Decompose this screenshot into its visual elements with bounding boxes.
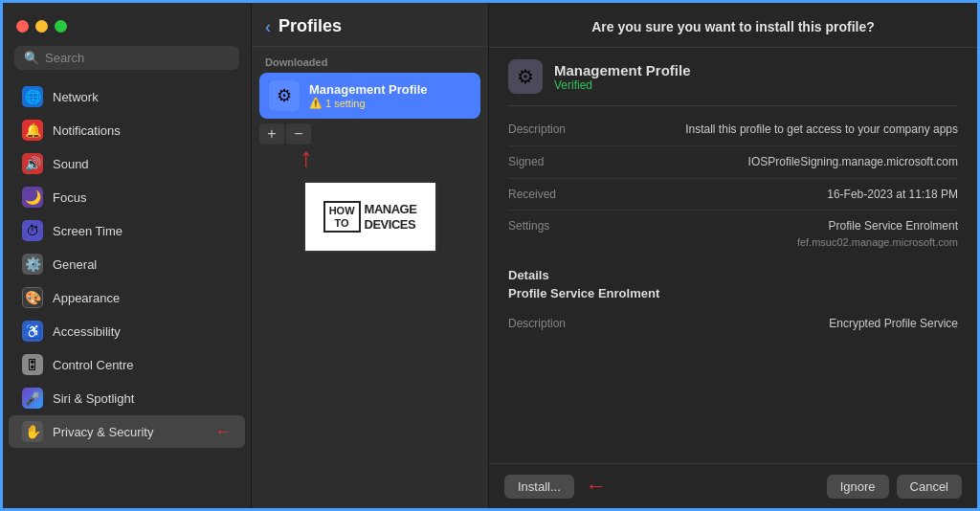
sub-section-heading: Profile Service Enrolment [508,286,958,300]
sidebar-arrow-annotation: ← [214,422,232,442]
detail-value-settings: Profile Service Enrolmentfef.msuc02.mana… [613,218,958,251]
verified-badge: Verified [554,78,691,92]
control-centre-icon: 🎛 [22,354,43,375]
screen-time-icon: ⏱ [22,220,43,241]
profile-detail-icon: ⚙ [508,59,543,94]
logo-manage-devices-text: MANAGEDEVICES [365,202,417,232]
sidebar-item-siri-spotlight[interactable]: 🎤 Siri & Spotlight [9,382,245,414]
install-button[interactable]: Install... [504,475,574,499]
maximize-button[interactable] [55,20,67,33]
install-question-text: Are you sure you want to install this pr… [591,19,875,34]
sidebar-label-screen-time: Screen Time [53,224,122,238]
sidebar-label-notifications: Notifications [53,123,121,138]
detail-value-received: 16-Feb-2023 at 11:18 PM [613,187,958,203]
bottom-action-bar: Install... ← Ignore Cancel [489,463,977,508]
siri-icon: 🎤 [22,388,43,409]
sidebar-label-sound: Sound [53,157,89,171]
detail-value-description: Install this profile to get access to yo… [613,122,958,138]
detail-row-received: Received 16-Feb-2023 at 11:18 PM [508,179,958,211]
close-button[interactable] [16,20,29,33]
right-panel: Are you sure you want to install this pr… [489,3,977,508]
traffic-lights [3,12,251,42]
remove-profile-button[interactable]: − [286,123,311,144]
sound-icon: 🔊 [22,153,43,174]
detail-row-settings: Settings Profile Service Enrolmentfef.ms… [508,211,958,258]
profile-detail-name-block: Management Profile Verified [554,62,691,92]
profile-item-icon: ⚙ [269,80,300,111]
profile-name: Management Profile [309,82,428,97]
sidebar-item-screen-time[interactable]: ⏱ Screen Time [9,214,245,247]
sidebar-item-focus[interactable]: 🌙 Focus [9,181,245,213]
ignore-button[interactable]: Ignore [827,475,889,499]
right-panel-header: Are you sure you want to install this pr… [489,3,977,48]
howto-manage-devices-logo: HOWTO MANAGEDEVICES [303,181,437,253]
sub-detail-table: Description Encrypted Profile Service [508,308,958,340]
sidebar-item-sound[interactable]: 🔊 Sound [9,147,245,180]
search-bar[interactable]: 🔍 Search [14,46,239,70]
install-arrow-annotation: ← [586,474,607,499]
add-remove-bar: + − [252,119,488,149]
sidebar-item-network[interactable]: 🌐 Network [9,80,245,113]
sidebar: 🔍 Search 🌐 Network 🔔 Notifications 🔊 Sou… [3,3,252,508]
profile-detail-header: ⚙ Management Profile Verified [508,59,958,106]
search-placeholder: Search [45,51,84,65]
sidebar-label-control-centre: Control Centre [53,358,134,372]
sidebar-label-appearance: Appearance [53,291,120,305]
sidebar-item-appearance[interactable]: 🎨 Appearance [9,281,245,314]
sub-detail-value-description: Encrypted Profile Service [613,316,958,332]
details-section-heading: Details [508,268,958,282]
general-icon: ⚙️ [22,254,43,275]
middle-panel: ‹ Profiles Downloaded ⚙ Management Profi… [252,3,489,508]
sidebar-label-network: Network [53,90,99,104]
sidebar-item-notifications[interactable]: 🔔 Notifications [9,114,245,146]
profile-list-item[interactable]: ⚙ Management Profile ⚠️ 1 setting [259,73,480,119]
logo-howto-text: HOWTO [323,201,361,232]
focus-icon: 🌙 [22,187,43,208]
accessibility-icon: ♿ [22,321,43,342]
cancel-button[interactable]: Cancel [897,475,962,499]
profile-setting: ⚠️ 1 setting [309,97,428,109]
sidebar-label-focus: Focus [53,190,86,205]
sub-detail-key-description: Description [508,316,613,330]
detail-row-description: Description Install this profile to get … [508,114,958,146]
right-panel-content: ⚙ Management Profile Verified Descriptio… [489,48,977,463]
sidebar-label-accessibility: Accessibility [53,324,121,339]
sidebar-label-general: General [53,257,97,272]
sidebar-label-privacy-security: Privacy & Security [53,425,153,439]
sidebar-item-privacy-security[interactable]: ✋ Privacy & Security ← [9,415,245,448]
warning-icon: ⚠️ [309,97,323,109]
sidebar-scroll: 🌐 Network 🔔 Notifications 🔊 Sound 🌙 Focu… [3,79,251,508]
back-button[interactable]: ‹ [265,18,271,35]
sidebar-label-siri-spotlight: Siri & Spotlight [53,391,134,406]
detail-row-signed: Signed IOSProfileSigning.manage.microsof… [508,146,958,179]
sidebar-item-accessibility[interactable]: ♿ Accessibility [9,315,245,347]
app-window: 🔍 Search 🌐 Network 🔔 Notifications 🔊 Sou… [3,3,977,508]
detail-value-signed: IOSProfileSigning.manage.microsoft.com [613,154,958,170]
search-icon: 🔍 [24,51,39,65]
network-icon: 🌐 [22,86,43,107]
sidebar-item-control-centre[interactable]: 🎛 Control Centre [9,348,245,381]
sub-detail-row-description: Description Encrypted Profile Service [508,308,958,340]
profile-detail-name: Management Profile [554,62,691,78]
panel-header: ‹ Profiles [252,3,488,47]
add-profile-button[interactable]: + [259,123,284,144]
detail-key-signed: Signed [508,154,613,168]
sidebar-item-general[interactable]: ⚙️ General [9,248,245,280]
downloaded-section-label: Downloaded [252,47,488,73]
detail-key-settings: Settings [508,218,613,233]
privacy-icon: ✋ [22,421,43,442]
profile-info: Management Profile ⚠️ 1 setting [309,82,428,109]
minimize-button[interactable] [35,20,48,33]
panel-title: Profiles [278,16,342,36]
notifications-icon: 🔔 [22,120,43,141]
appearance-icon: 🎨 [22,287,43,308]
detail-key-received: Received [508,187,613,201]
detail-table: Description Install this profile to get … [508,114,958,258]
detail-key-description: Description [508,122,613,136]
